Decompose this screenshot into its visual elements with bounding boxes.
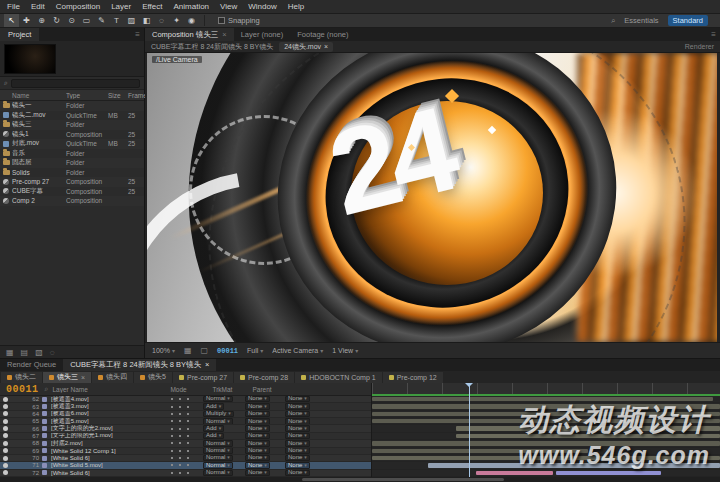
renderer-label[interactable]: Renderer: [685, 43, 714, 50]
close-icon[interactable]: ×: [324, 42, 328, 52]
parent-select[interactable]: None▾: [285, 418, 310, 424]
layer-row[interactable]: 63 [被遮盖3.mov] Add▾ None▾ None▾: [0, 403, 371, 410]
project-item[interactable]: CUBE字幕 Composition 25: [0, 187, 144, 197]
layer-name[interactable]: [被遮盖5.mov]: [51, 418, 169, 425]
eye-icon[interactable]: [3, 463, 8, 468]
layer-switches[interactable]: [169, 434, 191, 438]
project-item[interactable]: Pre-comp 27 Composition 25: [0, 177, 144, 187]
mode-select[interactable]: Add▾: [203, 403, 224, 409]
menu-file[interactable]: File: [7, 2, 20, 11]
comp-tab[interactable]: 镜头四: [92, 372, 133, 383]
layer-color-chip[interactable]: [42, 441, 47, 446]
layer-row[interactable]: 64 [被遮盖6.mov] Multiply▾ None▾ None▾: [0, 411, 371, 418]
layer-color-chip[interactable]: [42, 397, 47, 402]
selection-tool-icon[interactable]: ↖: [4, 14, 19, 27]
trkmat-select[interactable]: None▾: [245, 411, 270, 417]
grid-guides-icon[interactable]: ▦: [184, 346, 192, 355]
layer-color-chip[interactable]: [42, 419, 47, 424]
comp-tab[interactable]: HDOBOCTN Comp 1: [295, 372, 382, 383]
layer-name[interactable]: [White Solid 12 Comp 1]: [51, 448, 169, 454]
layer-switches[interactable]: [169, 463, 191, 467]
layer-duration-bar[interactable]: [372, 441, 720, 445]
layer-color-chip[interactable]: [42, 448, 47, 453]
menu-window[interactable]: Window: [248, 2, 276, 11]
close-icon[interactable]: ×: [205, 359, 209, 371]
layer-color-chip[interactable]: [42, 470, 47, 475]
menu-layer[interactable]: Layer: [111, 2, 131, 11]
comp-tab-active[interactable]: 镜头三×: [43, 372, 91, 383]
parent-select[interactable]: None▾: [285, 462, 310, 468]
resolution-select[interactable]: Full ▾: [247, 347, 263, 354]
trkmat-select[interactable]: None▾: [245, 448, 270, 454]
project-item[interactable]: 镜头一 Folder: [0, 101, 144, 111]
layer-row[interactable]: 62 [被遮盖4.mov] Normal▾ None▾ None▾: [0, 396, 371, 403]
layer-duration-bar[interactable]: [556, 471, 660, 475]
column-mode[interactable]: Mode: [170, 386, 212, 393]
pan-behind-tool-icon[interactable]: ⊙: [64, 14, 79, 27]
layer-duration-bar[interactable]: [372, 419, 720, 423]
layer-duration-bar[interactable]: [372, 449, 588, 453]
project-item[interactable]: 固态层 Folder: [0, 158, 144, 168]
clone-stamp-tool-icon[interactable]: ◧: [139, 14, 154, 27]
eye-icon[interactable]: [3, 441, 8, 446]
layer-row-selected[interactable]: 71 [White Solid 5.mov] Normal▾ None▾ Non…: [0, 462, 371, 469]
tab-render-queue[interactable]: Render Queue: [0, 359, 63, 371]
trkmat-select[interactable]: None▾: [245, 418, 270, 424]
project-item[interactable]: Solids Folder: [0, 168, 144, 178]
layer-row[interactable]: 66 [文字上的痕的光2.mov] Add▾ None▾ None▾: [0, 425, 371, 432]
rectangle-tool-icon[interactable]: ▭: [79, 14, 94, 27]
mode-select[interactable]: Normal▾: [203, 462, 233, 468]
layer-name[interactable]: [被遮盖6.mov]: [51, 411, 169, 418]
layer-color-chip[interactable]: [42, 411, 47, 416]
brush-tool-icon[interactable]: ▨: [124, 14, 139, 27]
eye-icon[interactable]: [3, 470, 8, 475]
layer-switches[interactable]: [169, 449, 191, 453]
mode-select[interactable]: Normal▾: [203, 440, 233, 446]
layer-name[interactable]: [封底2.mov]: [51, 440, 169, 447]
menu-animation[interactable]: Animation: [173, 2, 209, 11]
interpret-footage-icon[interactable]: ▦: [6, 348, 14, 357]
mode-select[interactable]: Normal▾: [203, 418, 233, 424]
layer-bar-row[interactable]: [372, 455, 720, 462]
zoom-tool-icon[interactable]: ⊕: [34, 14, 49, 27]
column-type[interactable]: Type: [66, 92, 108, 99]
mode-select[interactable]: Multiply▾: [203, 411, 234, 417]
project-item[interactable]: Comp 2 Composition: [0, 196, 144, 206]
workspace-essentials[interactable]: Essentials: [624, 16, 658, 25]
layer-duration-bar[interactable]: [456, 434, 720, 438]
layer-name[interactable]: [文字上的痕的光2.mov]: [51, 425, 169, 432]
parent-select[interactable]: None▾: [285, 433, 310, 439]
parent-select[interactable]: None▾: [285, 403, 310, 409]
column-size[interactable]: Size: [108, 92, 128, 99]
playhead[interactable]: [469, 383, 470, 477]
trkmat-select[interactable]: None▾: [245, 455, 270, 461]
parent-select[interactable]: None▾: [285, 411, 310, 417]
column-parent[interactable]: Parent: [252, 386, 314, 393]
hand-tool-icon[interactable]: ✚: [19, 14, 34, 27]
menu-composition[interactable]: Composition: [56, 2, 100, 11]
eye-icon[interactable]: [3, 433, 8, 438]
type-tool-icon[interactable]: T: [109, 14, 124, 27]
layer-color-chip[interactable]: [42, 456, 47, 461]
tab-layer[interactable]: Layer (none): [234, 28, 291, 41]
layer-duration-bar[interactable]: [372, 404, 720, 408]
project-search-input[interactable]: [11, 79, 140, 88]
eye-icon[interactable]: [3, 419, 8, 424]
layer-switches[interactable]: [169, 456, 191, 460]
layer-duration-bar[interactable]: [372, 456, 720, 460]
layer-row[interactable]: 68 [封底2.mov] Normal▾ None▾ None▾: [0, 440, 371, 447]
view-layout-select[interactable]: 1 View ▾: [332, 347, 358, 354]
workspace-standard[interactable]: Standard: [668, 15, 708, 26]
eye-icon[interactable]: [3, 426, 8, 431]
breadcrumb[interactable]: CUBE字幕工程 8 24新闻镜头 8 BY镜头: [151, 42, 273, 52]
layer-switches[interactable]: [169, 412, 191, 416]
layer-name[interactable]: [文字上的痕的光1.mov]: [51, 433, 169, 440]
tab-footage[interactable]: Footage (none): [290, 28, 355, 41]
layer-color-chip[interactable]: [42, 433, 47, 438]
mode-select[interactable]: Normal▾: [203, 448, 233, 454]
tab-composition[interactable]: Composition 镜头三 ×: [145, 28, 234, 41]
column-frame[interactable]: Frame: [128, 92, 142, 99]
close-icon[interactable]: ×: [81, 374, 85, 381]
panel-menu-icon[interactable]: ≡: [131, 30, 144, 39]
layer-name[interactable]: [被遮盖4.mov]: [51, 396, 169, 403]
